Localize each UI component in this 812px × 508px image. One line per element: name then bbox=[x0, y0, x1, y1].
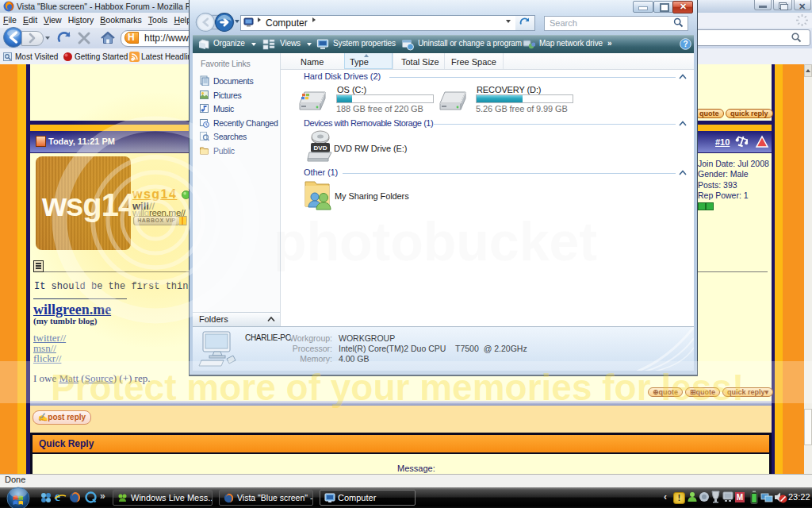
svg-text:?: ? bbox=[683, 40, 688, 48]
svg-text:DVD: DVD bbox=[314, 144, 327, 152]
